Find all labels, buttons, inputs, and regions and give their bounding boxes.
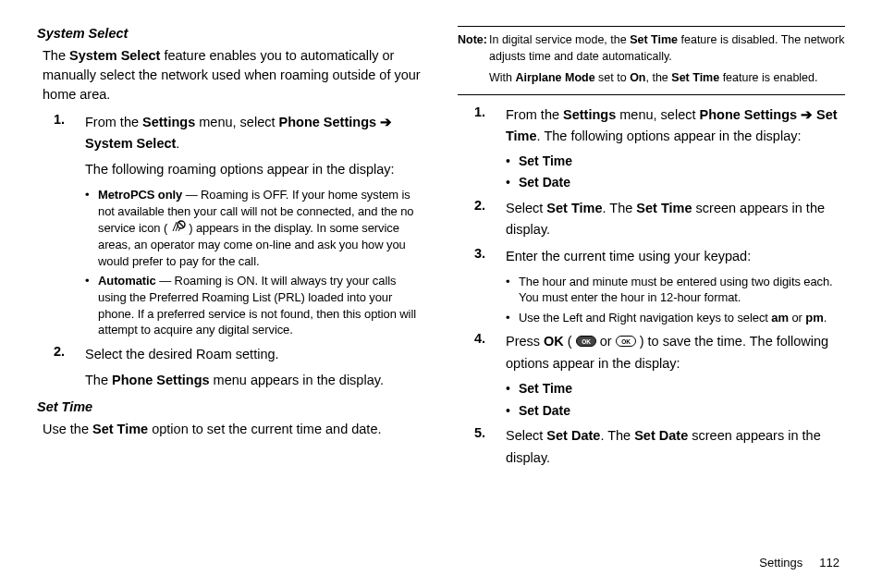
step-1: 1. From the Settings menu, select Phone … [54, 112, 424, 154]
step-body: Select Set Time. The Set Time screen app… [506, 198, 845, 240]
text: or [596, 334, 616, 349]
text-bold: Set Time [519, 381, 572, 396]
text-bold: Set Date [546, 428, 600, 443]
text-bold: Set Time [92, 422, 148, 436]
bullet-body: Set Time [519, 380, 845, 398]
bullet-set-time: • Set Time [506, 153, 845, 171]
step-body: Select Set Date. The Set Date screen app… [506, 425, 845, 468]
bullet-hour-minute: • The hour and minute must be entered us… [506, 274, 845, 306]
text: option to set the current time and date. [148, 422, 381, 436]
text-bold: Phone Settings [112, 373, 210, 387]
svg-text:OK: OK [621, 337, 631, 344]
bullet-body: Use the Left and Right navigation keys t… [519, 310, 845, 326]
text: . [824, 311, 827, 325]
bullet-body: Automatic — Roaming is ON. It will alway… [98, 273, 424, 337]
text: feature is enabled. [719, 71, 817, 84]
text-bold: Phone Settings [279, 115, 381, 129]
text-bold: Set Time [671, 71, 719, 84]
text-bold: On [630, 71, 645, 84]
step-body: Press OK ( OK or OK ) to save the time. … [506, 331, 845, 374]
left-column: System Select The System Select feature … [37, 26, 424, 533]
text: Use the [43, 422, 92, 436]
text: set to [595, 71, 631, 84]
phone-settings-appears: The Phone Settings menu appears in the d… [85, 371, 424, 390]
r-step-5: 5. Select Set Date. The Set Date screen … [474, 425, 845, 468]
bullet-icon: • [85, 187, 98, 269]
ok-key-icon: OK [576, 332, 596, 353]
text-bold: Set Time [519, 153, 572, 168]
text: menu, select [616, 107, 699, 122]
text: . The [600, 428, 634, 443]
text-bold: OK [544, 334, 564, 349]
text: or [789, 311, 805, 325]
text-bold: Set Date [634, 428, 688, 443]
r-step-3: 3. Enter the current time using your key… [474, 246, 845, 267]
note-row-2: With Airplane Mode set to On, the Set Ti… [489, 70, 845, 87]
text-bold: System Select [85, 136, 176, 151]
bullet-metropcs: • MetroPCS only — Roaming is OFF. If you… [85, 187, 424, 269]
text-bold: am [771, 311, 789, 325]
ok-key-outline-icon: OK [616, 332, 636, 353]
roaming-options-intro: The following roaming options appear in … [85, 160, 424, 179]
step-body: From the Settings menu, select Phone Set… [85, 112, 424, 154]
text-bold: Set Date [519, 175, 570, 190]
bullet-icon: • [506, 153, 519, 171]
footer-page-number: 112 [819, 556, 839, 570]
text: With [489, 71, 515, 84]
r-step-1: 1. From the Settings menu, select Phone … [474, 104, 845, 147]
text-bold: pm [805, 311, 823, 325]
text-bold: Set Time [636, 201, 692, 215]
text: . The following options appear in the di… [537, 129, 802, 143]
note-body: In digital service mode, the Set Time fe… [489, 32, 845, 65]
note-row-1: Note: In digital service mode, the Set T… [458, 32, 845, 65]
note-block: Note: In digital service mode, the Set T… [458, 26, 845, 95]
step-body: Select the desired Roam setting. [85, 344, 424, 365]
bullet-automatic: • Automatic — Roaming is ON. It will alw… [85, 273, 424, 337]
bullet-icon: • [506, 274, 519, 306]
footer-section: Settings [759, 556, 802, 570]
page-columns: System Select The System Select feature … [37, 26, 845, 533]
bullet-set-date-2: • Set Date [506, 402, 845, 421]
text: Press [506, 334, 544, 349]
r-step-2: 2. Select Set Time. The Set Time screen … [474, 198, 845, 240]
text-bold: Set Time [630, 33, 678, 46]
step-number: 5. [474, 425, 506, 468]
system-select-intro: The System Select feature enables you to… [43, 46, 424, 104]
bullet-icon: • [506, 310, 519, 326]
set-time-intro: Use the Set Time option to set the curre… [43, 420, 424, 439]
bullet-body: Set Time [519, 153, 845, 171]
step-number: 2. [54, 344, 85, 365]
bullet-icon: • [85, 273, 98, 337]
arrow-icon: ➔ [380, 115, 392, 129]
text: Select [506, 201, 546, 215]
text: The [85, 373, 112, 387]
bullet-icon: • [506, 380, 519, 398]
bullet-am-pm: • Use the Left and Right navigation keys… [506, 310, 845, 326]
step-number: 3. [474, 246, 506, 267]
text-bold: Phone Settings [700, 107, 802, 122]
heading-set-time: Set Time [37, 399, 424, 414]
no-service-icon [171, 220, 186, 238]
bullet-body: Set Date [519, 174, 845, 192]
bullet-body: MetroPCS only — Roaming is OFF. If your … [98, 187, 424, 269]
text-bold: Automatic [98, 274, 156, 288]
note-label: Note: [458, 32, 489, 65]
text: In digital service mode, the [489, 33, 630, 46]
step-body: From the Settings menu, select Phone Set… [506, 104, 845, 147]
text-bold: MetroPCS only [98, 188, 182, 202]
text: , the [646, 71, 672, 84]
text: . The [603, 201, 637, 215]
step-2: 2. Select the desired Roam setting. [54, 344, 424, 365]
text: From the [506, 107, 563, 122]
text-bold: System Select [69, 48, 160, 63]
text: Select [506, 428, 546, 443]
page-footer: Settings112 [759, 556, 839, 570]
step-number: 1. [54, 112, 85, 154]
text-bold: Settings [142, 115, 195, 129]
text: The [43, 48, 69, 63]
bullet-set-time-2: • Set Time [506, 380, 845, 398]
bullet-body: The hour and minute must be entered usin… [519, 274, 845, 306]
text: From the [85, 115, 142, 129]
bullet-body: Set Date [519, 402, 845, 421]
heading-system-select: System Select [37, 26, 424, 41]
